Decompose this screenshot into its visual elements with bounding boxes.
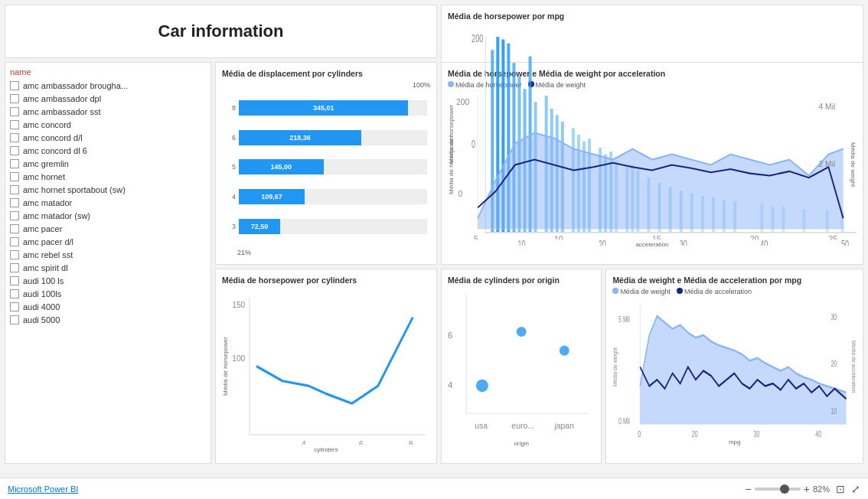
bar-row: 4109,67 bbox=[225, 189, 427, 204]
car-checkbox[interactable] bbox=[10, 224, 19, 233]
list-item[interactable]: amc pacer d/l bbox=[10, 236, 206, 248]
zoom-slider[interactable] bbox=[755, 488, 801, 491]
cylinders-origin-chart: Média de cylinders por origin 6 4 usa eu… bbox=[441, 269, 602, 464]
bar-y-label: 3 bbox=[225, 223, 236, 230]
bar-row: 6218,36 bbox=[225, 130, 427, 145]
list-item[interactable]: audi 4000 bbox=[10, 301, 206, 313]
page-title: Car information bbox=[158, 21, 284, 41]
fit-icon[interactable]: ⊡ bbox=[836, 483, 845, 495]
list-item[interactable]: amc rebel sst bbox=[10, 249, 206, 261]
list-item[interactable]: amc hornet sportabout (sw) bbox=[10, 184, 206, 196]
bar-y-label: 4 bbox=[225, 193, 236, 201]
list-item[interactable]: amc concord dl 6 bbox=[10, 145, 206, 157]
svg-point-71 bbox=[476, 380, 488, 392]
svg-text:150: 150 bbox=[232, 299, 245, 309]
svg-text:30: 30 bbox=[754, 429, 760, 437]
weight-accel-title: Média de weight e Média de acceleration … bbox=[612, 276, 857, 285]
legend-dot-w bbox=[612, 288, 618, 294]
list-item[interactable]: amc matador bbox=[10, 197, 206, 209]
pct-bottom: 21% bbox=[237, 249, 430, 256]
svg-text:200: 200 bbox=[472, 31, 483, 44]
bar-y-label: 5 bbox=[225, 163, 236, 171]
car-checkbox[interactable] bbox=[10, 94, 19, 103]
bars-container: 8345,016218,365145,004109,67372,50 bbox=[222, 89, 430, 249]
list-item[interactable]: amc gremlin bbox=[10, 158, 206, 170]
car-checkbox[interactable] bbox=[10, 107, 19, 116]
car-checkbox[interactable] bbox=[10, 172, 19, 181]
car-name-label: audi 5000 bbox=[23, 315, 60, 325]
list-item[interactable]: amc ambassador brougha... bbox=[10, 80, 206, 92]
list-item[interactable]: amc hornet bbox=[10, 171, 206, 183]
weight-accel-x-label: mpg bbox=[612, 439, 857, 445]
car-checkbox[interactable] bbox=[10, 263, 19, 272]
cylinders-origin-x-label: origin bbox=[448, 440, 595, 447]
zoom-slider-thumb bbox=[780, 484, 789, 494]
list-item[interactable]: audi 100ls bbox=[10, 288, 206, 300]
list-item[interactable]: amc pacer bbox=[10, 223, 206, 235]
car-name-label: amc pacer bbox=[23, 224, 62, 233]
car-checkbox[interactable] bbox=[10, 211, 19, 220]
zoom-out-button[interactable]: − bbox=[746, 483, 752, 495]
list-item[interactable]: amc concord d/l bbox=[10, 132, 206, 144]
car-checkbox[interactable] bbox=[10, 146, 19, 155]
hp-cylinders-y-label: Média de horsepower bbox=[222, 288, 229, 445]
power-bi-link[interactable]: Microsoft Power BI bbox=[8, 484, 78, 494]
list-item[interactable]: audi 100 ls bbox=[10, 275, 206, 287]
weight-accel-y-right: Média de acceleration bbox=[851, 297, 857, 437]
bar-fill: 345,01 bbox=[239, 100, 408, 116]
bar-fill: 218,36 bbox=[239, 130, 361, 145]
zoom-in-button[interactable]: + bbox=[804, 483, 810, 495]
list-item[interactable]: amc matador (sw) bbox=[10, 210, 206, 222]
car-checkbox[interactable] bbox=[10, 276, 19, 285]
svg-text:5: 5 bbox=[474, 233, 478, 240]
car-checkbox[interactable] bbox=[10, 237, 19, 246]
svg-text:4: 4 bbox=[302, 439, 306, 445]
fullscreen-icon[interactable]: ⤢ bbox=[851, 483, 860, 495]
pct-top: 100% bbox=[222, 81, 430, 89]
car-name-label: amc concord dl 6 bbox=[23, 146, 87, 155]
zoom-controls: − + 82% bbox=[746, 483, 830, 495]
list-item[interactable]: amc spirit dl bbox=[10, 262, 206, 274]
bar-row: 5145,00 bbox=[225, 159, 427, 174]
hp-weight-chart: Média de horsepower e Média de weight po… bbox=[441, 62, 863, 265]
bar-value-label: 109,67 bbox=[261, 193, 282, 201]
bar-outer: 218,36 bbox=[239, 130, 427, 145]
weight-accel-y-left: Média de weight bbox=[612, 297, 618, 437]
bar-value-label: 345,01 bbox=[313, 104, 334, 112]
car-list-items: amc ambassador brougha...amc ambassador … bbox=[10, 80, 206, 326]
car-name-label: amc hornet bbox=[23, 172, 65, 181]
svg-text:6: 6 bbox=[448, 331, 452, 340]
car-name-label: amc rebel sst bbox=[23, 250, 73, 259]
car-checkbox[interactable] bbox=[10, 250, 19, 259]
svg-text:8: 8 bbox=[409, 439, 413, 445]
svg-text:0: 0 bbox=[638, 429, 641, 437]
svg-text:20: 20 bbox=[750, 233, 759, 240]
car-checkbox[interactable] bbox=[10, 159, 19, 168]
list-item[interactable]: amc concord bbox=[10, 119, 206, 131]
svg-text:25: 25 bbox=[828, 233, 837, 240]
car-checkbox[interactable] bbox=[10, 198, 19, 207]
main-grid: Car information Média de horsepower por … bbox=[0, 0, 868, 478]
bar-row: 372,50 bbox=[225, 219, 427, 234]
bar-value-label: 72,50 bbox=[251, 223, 269, 230]
hp-cylinders-title: Média de horsepower por cylinders bbox=[222, 276, 430, 285]
car-checkbox[interactable] bbox=[10, 302, 19, 311]
displacement-chart: Média de displacement por cylinders 100%… bbox=[215, 62, 437, 265]
car-checkbox[interactable] bbox=[10, 81, 19, 90]
car-checkbox[interactable] bbox=[10, 185, 19, 194]
list-item[interactable]: amc ambassador sst bbox=[10, 106, 206, 118]
car-checkbox[interactable] bbox=[10, 133, 19, 142]
car-checkbox[interactable] bbox=[10, 289, 19, 298]
svg-point-73 bbox=[560, 346, 569, 356]
car-checkbox[interactable] bbox=[10, 120, 19, 129]
list-item[interactable]: amc ambassador dpl bbox=[10, 93, 206, 105]
car-name-label: amc ambassador dpl bbox=[23, 94, 101, 103]
list-item[interactable]: audi 5000 bbox=[10, 314, 206, 326]
bar-fill: 109,67 bbox=[239, 189, 305, 204]
svg-text:40: 40 bbox=[816, 429, 822, 437]
car-checkbox[interactable] bbox=[10, 315, 19, 325]
hp-mpg-title: Média de horsepower por mpg bbox=[448, 11, 857, 21]
bar-value-label: 145,00 bbox=[271, 163, 292, 171]
cylinders-origin-svg: 6 4 usa euro... japan bbox=[448, 288, 595, 439]
bar-outer: 145,00 bbox=[239, 159, 427, 174]
